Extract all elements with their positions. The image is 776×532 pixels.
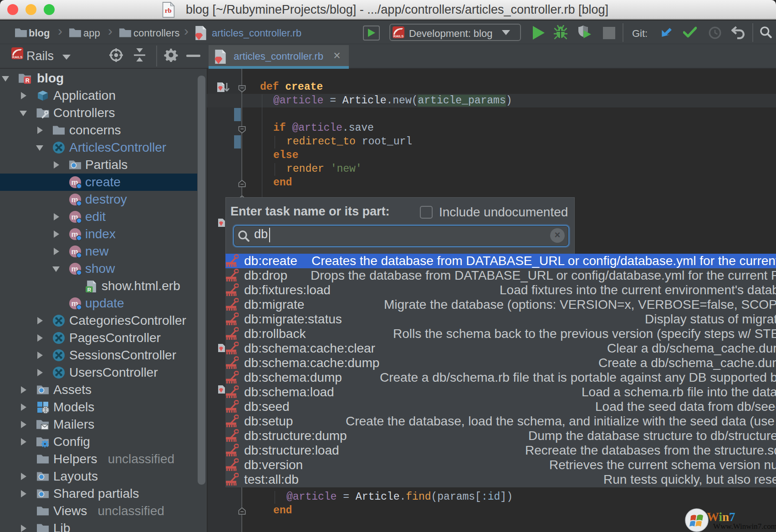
svg-text:rb: rb — [165, 7, 172, 14]
